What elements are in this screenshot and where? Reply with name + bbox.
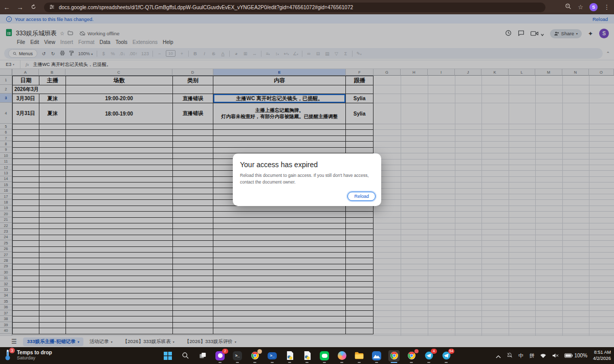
wifi-icon[interactable] — [540, 351, 546, 360]
running-indicator — [427, 362, 430, 363]
reload-icon[interactable] — [27, 4, 40, 11]
running-indicator — [271, 362, 274, 363]
notification-badge: 2 — [222, 349, 228, 354]
browser-avatar[interactable]: S — [589, 3, 598, 11]
taskbar-copilot-icon[interactable] — [336, 350, 347, 361]
taskbar-terminal-icon[interactable]: >_ — [232, 350, 243, 361]
access-expired-dialog: Your access has expired Reload this docu… — [233, 153, 381, 206]
tray-date: 4/2/2026 — [593, 356, 611, 362]
dialog-title: Your access has expired — [240, 161, 374, 169]
running-indicator — [218, 362, 222, 363]
running-indicator — [305, 362, 309, 363]
clock[interactable]: 8:51 AM 4/2/2026 — [593, 350, 611, 361]
running-indicator — [288, 362, 291, 363]
dialog-body: Reload this document to gain access. If … — [240, 172, 374, 186]
browser-toolbar: ← → docs.google.com/spreadsheets/d/1fC-Q… — [0, 0, 614, 14]
bookmark-star-icon[interactable]: ☆ — [578, 4, 583, 11]
taskbar-chrome-icon[interactable] — [406, 350, 417, 361]
weather-subline: Saturday — [17, 355, 52, 360]
taskbar-task-view-icon[interactable] — [197, 350, 208, 361]
taskbar-python-file-icon[interactable] — [284, 350, 295, 361]
taskbar-python-file-2-icon[interactable] — [301, 350, 313, 361]
ime-language[interactable]: 中 — [518, 352, 523, 359]
running-indicator — [391, 362, 398, 363]
browser-menu-icon[interactable]: ⋮ — [604, 4, 610, 11]
zoom-icon[interactable] — [565, 3, 572, 12]
taskbar-telegram-2-icon[interactable]: 54 — [441, 350, 452, 361]
thermometer-icon: 3 — [4, 349, 13, 361]
running-indicator — [375, 362, 378, 363]
notifications-off-icon[interactable] — [507, 351, 513, 360]
running-indicator — [253, 362, 256, 363]
taskbar-line-icon[interactable] — [319, 350, 330, 361]
taskbar-chrome-active-icon[interactable] — [388, 350, 400, 361]
forward-icon[interactable]: → — [13, 4, 27, 11]
taskbar-telegram-icon[interactable]: 4 — [423, 350, 434, 361]
ime-mode[interactable]: 拼 — [529, 352, 534, 359]
url-text: docs.google.com/spreadsheets/d/1fC-Q7LGm… — [59, 5, 353, 10]
back-icon[interactable]: ← — [0, 4, 13, 11]
taskbar-file-explorer-icon[interactable] — [354, 350, 365, 361]
taskbar-powershell-icon[interactable]: >_ — [267, 350, 278, 361]
web-page: i Your access to this file has changed. … — [0, 14, 614, 347]
taskbar-search-icon[interactable] — [180, 350, 191, 361]
running-indicator — [236, 362, 239, 363]
taskbar-photos-icon[interactable] — [371, 350, 382, 361]
notification-badge: 4 — [431, 349, 437, 354]
running-indicator — [323, 362, 326, 363]
system-tray: 中 拼 100% 8:51 AM 4/2/2026 — [496, 347, 611, 364]
running-indicator — [445, 362, 448, 363]
notification-badge: 54 — [448, 349, 454, 354]
running-indicator — [358, 362, 361, 363]
battery-percent: 100% — [574, 353, 587, 358]
battery-indicator[interactable]: 100% — [564, 353, 587, 358]
taskbar-start-icon[interactable] — [162, 350, 173, 361]
taskbar-app-purple-icon[interactable]: 2 — [214, 350, 226, 361]
running-indicator — [410, 362, 413, 363]
windows-taskbar: 3 Temps to drop Saturday 2>_>_454 中 拼 10… — [0, 347, 614, 364]
address-bar[interactable]: docs.google.com/spreadsheets/d/1fC-Q7LGm… — [44, 3, 545, 12]
taskbar-chrome-profile-icon[interactable] — [249, 350, 260, 361]
weather-headline: Temps to drop — [17, 350, 52, 355]
running-indicator — [340, 362, 343, 363]
dialog-reload-button[interactable]: Reload — [347, 192, 376, 201]
volume-muted-icon[interactable] — [552, 351, 559, 360]
tray-chevron-icon[interactable] — [496, 351, 501, 360]
tray-time: 8:51 AM — [593, 350, 611, 356]
weather-badge: 3 — [9, 348, 15, 353]
site-settings-icon[interactable] — [49, 3, 55, 12]
weather-widget[interactable]: 3 Temps to drop Saturday — [4, 349, 52, 361]
